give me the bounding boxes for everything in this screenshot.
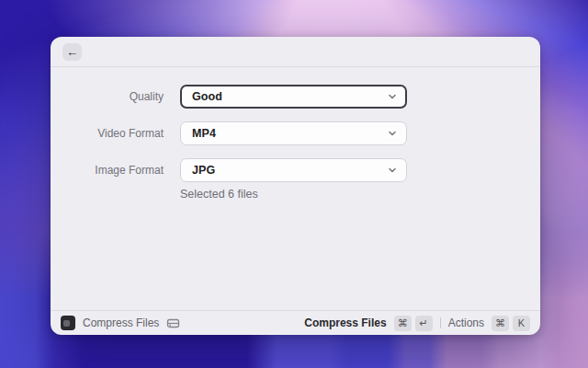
form-row-quality: Quality Good xyxy=(51,85,540,109)
image-format-select[interactable]: JPG xyxy=(180,158,407,182)
quality-select[interactable]: Good xyxy=(180,85,407,109)
selected-files-status: Selected 6 files xyxy=(180,188,258,201)
chevron-down-icon xyxy=(388,129,397,138)
actions-menu-label: Actions xyxy=(448,316,484,329)
video-format-label: Video Format xyxy=(51,127,164,140)
quality-label: Quality xyxy=(51,90,164,103)
form-row-video-format: Video Format MP4 xyxy=(51,121,540,145)
back-arrow-icon: ← xyxy=(66,46,78,58)
quality-value: Good xyxy=(192,90,388,103)
footer-app-info: Compress Files xyxy=(61,316,180,330)
return-key-icon: ↵ xyxy=(415,316,433,331)
primary-action-label: Compress Files xyxy=(304,316,386,329)
back-button[interactable]: ← xyxy=(62,43,82,61)
video-format-select[interactable]: MP4 xyxy=(180,121,407,145)
chevron-down-icon xyxy=(388,166,397,175)
k-key-icon: K xyxy=(513,316,530,331)
footer-separator xyxy=(440,317,441,328)
image-format-value: JPG xyxy=(192,164,388,177)
chevron-down-icon xyxy=(388,92,397,101)
compress-files-app-icon xyxy=(61,316,75,330)
primary-action-compress-files[interactable]: Compress Files ⌘ ↵ xyxy=(304,316,432,331)
window-footer: Compress Files Compress Files ⌘ ↵ Action… xyxy=(51,310,540,335)
footer-actions: Compress Files ⌘ ↵ Actions ⌘ K xyxy=(304,316,530,331)
command-key-icon: ⌘ xyxy=(394,316,412,331)
image-format-label: Image Format xyxy=(51,164,164,177)
hard-drive-icon xyxy=(166,316,180,330)
footer-app-name: Compress Files xyxy=(83,316,159,329)
compress-files-window: ← Quality Good Video Format MP4 Image Fo xyxy=(51,37,540,335)
window-header: ← xyxy=(51,37,540,67)
form-row-image-format: Image Format JPG xyxy=(51,158,540,182)
command-key-icon: ⌘ xyxy=(492,316,509,331)
video-format-value: MP4 xyxy=(192,127,388,140)
secondary-action-actions-menu[interactable]: Actions ⌘ K xyxy=(448,316,530,331)
